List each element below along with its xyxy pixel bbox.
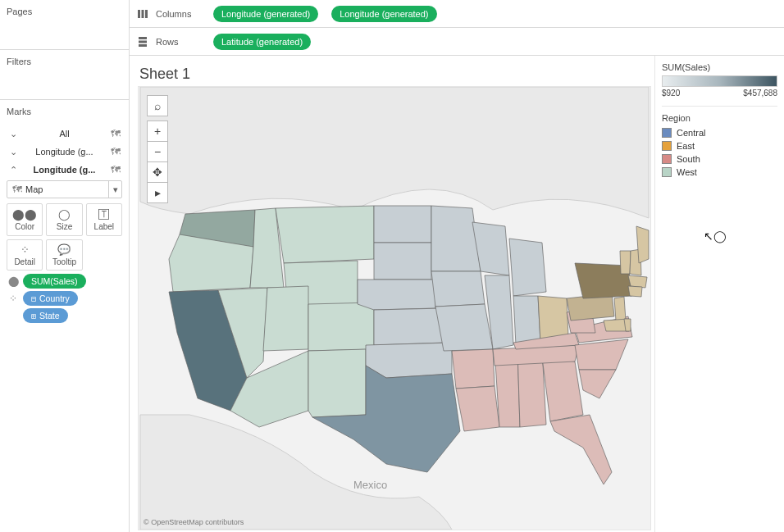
zoom-out-button[interactable]: − <box>147 141 168 162</box>
viz-area: Columns Longitude (generated) Longitude … <box>130 0 784 532</box>
state-la[interactable] <box>456 386 499 431</box>
marks-size-button[interactable]: ◯ Size <box>46 203 82 236</box>
state-nj[interactable] <box>614 297 626 321</box>
state-co[interactable] <box>308 302 374 351</box>
mark-properties-grid: ⬤⬤ Color ◯ Size 🅃 Label ⁘ Detail <box>7 203 122 271</box>
state-ks[interactable] <box>374 308 444 345</box>
legend-item-south[interactable]: South <box>662 152 777 166</box>
state-ok[interactable] <box>366 343 452 378</box>
marks-pill-sales[interactable]: ⬤ SUM(Sales) <box>7 274 122 289</box>
legend-label-central: Central <box>677 128 705 138</box>
detail-icon: ⁘ <box>21 243 30 256</box>
filters-card: Filters <box>0 50 129 100</box>
pill-state[interactable]: ⊞State <box>23 308 68 323</box>
state-sc[interactable] <box>579 370 616 398</box>
state-ut[interactable] <box>263 286 308 351</box>
state-ia[interactable] <box>431 271 485 307</box>
chevron-down-icon: ▾ <box>108 181 121 198</box>
marks-pill-country[interactable]: ⁘ ⊟Country <box>7 291 122 306</box>
swatch-central <box>662 128 672 138</box>
globe-icon: 🗺 <box>111 128 121 139</box>
main-viz: Sheet 1 ⌕ + − ✥ ▸ <box>130 56 654 532</box>
pill-longitude-1[interactable]: Longitude (generated) <box>213 6 318 22</box>
legend-label-east: East <box>677 141 695 151</box>
side-panel: Pages Filters Marks ⌄ All 🗺 ⌄ Longitude … <box>0 0 130 532</box>
state-ar[interactable] <box>452 349 495 389</box>
app-root: Pages Filters Marks ⌄ All 🗺 ⌄ Longitude … <box>0 0 784 532</box>
swatch-east <box>662 141 672 151</box>
map-search-button[interactable]: ⌕ <box>147 95 168 116</box>
region-legend-title: Region <box>662 111 777 126</box>
marks-pill-state[interactable]: ⊞State <box>7 308 122 323</box>
svg-rect-5 <box>139 44 147 47</box>
pill-longitude-2[interactable]: Longitude (generated) <box>331 6 436 22</box>
marks-label-label: Label <box>94 222 114 231</box>
legend-item-central[interactable]: Central <box>662 126 777 139</box>
marks-card: Marks ⌄ All 🗺 ⌄ Longitude (g... 🗺 ⌃ Long… <box>0 100 129 532</box>
pill-sum-sales[interactable]: SUM(Sales) <box>23 274 86 289</box>
marks-detail-button[interactable]: ⁘ Detail <box>7 239 43 271</box>
state-mn[interactable] <box>431 206 481 271</box>
color-icon: ⬤⬤ <box>12 208 37 221</box>
chevron-down-icon: ⌄ <box>8 129 18 139</box>
marks-color-button[interactable]: ⬤⬤ Color <box>7 203 43 236</box>
state-ne[interactable] <box>358 280 435 310</box>
pill-country[interactable]: ⊟Country <box>23 291 78 306</box>
state-mt[interactable] <box>276 206 374 263</box>
columns-shelf[interactable]: Columns Longitude (generated) Longitude … <box>130 0 784 28</box>
pill-state-label: State <box>39 311 60 321</box>
map-tools-expand[interactable]: ▸ <box>147 182 168 203</box>
pages-shelf[interactable] <box>0 21 129 48</box>
swatch-west <box>662 167 672 177</box>
color-legend[interactable]: SUM(Sales) $920 $457,688 <box>662 61 777 98</box>
filters-shelf[interactable] <box>0 71 129 98</box>
region-legend[interactable]: Region Central East South <box>662 106 777 179</box>
state-mi[interactable] <box>509 239 546 296</box>
state-ma[interactable] <box>628 275 647 288</box>
state-sd[interactable] <box>374 243 431 280</box>
swatch-south <box>662 154 672 164</box>
legend-item-west[interactable]: West <box>662 166 777 179</box>
marks-tooltip-button[interactable]: 💬 Tooltip <box>46 239 82 271</box>
state-fl[interactable] <box>550 415 612 484</box>
svg-rect-2 <box>145 10 148 18</box>
globe-icon: 🗺 <box>111 164 121 175</box>
gradient-min-label: $920 <box>662 89 680 98</box>
map-view[interactable]: ⌕ + − ✥ ▸ Mexico <box>138 86 651 530</box>
pill-sum-sales-label: SUM(Sales) <box>31 276 78 286</box>
marks-row-lon1-label: Longitude (g... <box>35 147 93 157</box>
marks-row-all[interactable]: ⌄ All 🗺 <box>5 125 124 143</box>
marks-tooltip-label: Tooltip <box>52 257 76 266</box>
state-ct[interactable] <box>628 286 642 297</box>
state-ga[interactable] <box>542 357 583 421</box>
minus-icon: ⊟ <box>31 294 36 303</box>
mexico-label: Mexico <box>353 479 387 491</box>
marks-row-lon1[interactable]: ⌄ Longitude (g... 🗺 <box>5 143 124 161</box>
state-nm[interactable] <box>308 349 366 417</box>
plus-icon: + <box>154 125 161 138</box>
color-legend-title: SUM(Sales) <box>662 61 777 75</box>
rows-shelf[interactable]: Rows Latitude (generated) <box>130 28 784 56</box>
label-icon: 🅃 <box>98 208 109 221</box>
mark-type-dropdown[interactable]: 🗺 Map ▾ <box>7 180 122 198</box>
marks-size-label: Size <box>57 222 72 231</box>
state-nd[interactable] <box>374 206 431 243</box>
rows-icon <box>138 37 148 47</box>
zoom-home-button[interactable]: ✥ <box>147 161 168 183</box>
svg-rect-4 <box>139 40 147 43</box>
legend-item-east[interactable]: East <box>662 139 777 152</box>
state-vt[interactable] <box>620 251 631 274</box>
sheet-title[interactable]: Sheet 1 <box>139 66 651 83</box>
state-mo[interactable] <box>435 304 493 351</box>
pill-latitude[interactable]: Latitude (generated) <box>213 34 311 50</box>
pill-country-label: Country <box>39 293 70 303</box>
worksheet: Sheet 1 ⌕ + − ✥ ▸ <box>130 56 784 532</box>
marks-row-lon2[interactable]: ⌃ Longitude (g... 🗺 <box>5 161 124 179</box>
rows-label: Rows <box>156 37 205 47</box>
state-nc[interactable] <box>575 339 628 370</box>
zoom-in-button[interactable]: + <box>147 120 168 142</box>
marks-label-button[interactable]: 🅃 Label <box>86 203 122 236</box>
state-in[interactable] <box>513 296 540 345</box>
pages-card: Pages <box>0 0 129 50</box>
state-me[interactable] <box>636 226 649 263</box>
